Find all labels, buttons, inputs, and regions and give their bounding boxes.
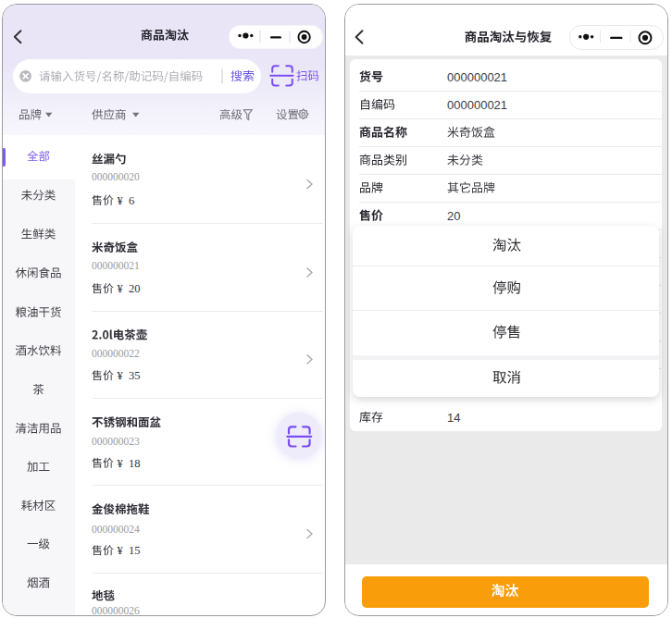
- svg-text:000000021: 000000021: [92, 260, 140, 271]
- svg-text:¥: ¥: [118, 544, 124, 557]
- svg-text:000000024: 000000024: [92, 524, 140, 535]
- svg-text:6: 6: [129, 194, 134, 207]
- svg-text:000000021: 000000021: [447, 98, 507, 112]
- svg-text:000000021: 000000021: [447, 70, 507, 84]
- svg-text:000000020: 000000020: [92, 171, 140, 182]
- svg-text:¥: ¥: [118, 194, 124, 207]
- svg-text:20: 20: [447, 209, 460, 223]
- svg-text:000000026: 000000026: [92, 605, 140, 616]
- svg-text:000000023: 000000023: [92, 436, 140, 447]
- svg-text:¥: ¥: [118, 369, 124, 382]
- svg-text:18: 18: [129, 457, 141, 470]
- svg-text:¥: ¥: [118, 282, 124, 295]
- svg-text:20: 20: [129, 282, 141, 295]
- svg-text:14: 14: [447, 411, 460, 425]
- svg-text:35: 35: [129, 369, 141, 382]
- svg-text:15: 15: [129, 544, 141, 557]
- svg-text:¥: ¥: [118, 457, 124, 470]
- svg-text:000000022: 000000022: [92, 348, 140, 359]
